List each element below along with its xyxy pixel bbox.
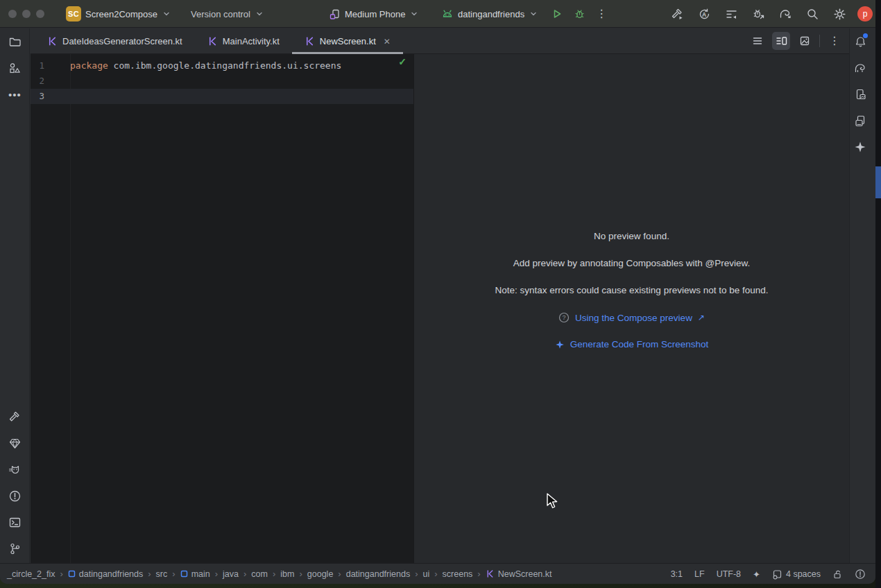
apply-changes-button[interactable]: A <box>695 5 713 23</box>
sidebar-item-project[interactable] <box>0 28 30 55</box>
code-text: package com.ibm.google.datingandfriends.… <box>70 58 341 74</box>
split-view-button[interactable] <box>772 32 790 50</box>
breadcrumb-item[interactable]: datingandfriends <box>68 569 143 579</box>
apply-changes-restart-icon: A <box>698 8 711 21</box>
breadcrumb-separator: › <box>172 569 175 579</box>
sidebar-item-problems[interactable] <box>0 483 30 509</box>
sidebar-item-more-tools[interactable]: ••• <box>0 81 30 107</box>
sidebar-item-notifications[interactable] <box>850 28 871 55</box>
gutter-divider <box>70 54 71 563</box>
kebab-icon: ⋮ <box>596 8 607 19</box>
sidebar-item-resource-manager[interactable] <box>0 55 30 81</box>
gradle-sync-button[interactable] <box>776 5 794 23</box>
breadcrumb-item[interactable]: _circle_2_fix <box>7 569 55 579</box>
run-button[interactable] <box>548 5 566 23</box>
left-tool-stripe: ••• <box>0 28 30 563</box>
module-icon <box>68 570 76 578</box>
tab-mainactivity[interactable]: MainActivity.kt <box>195 28 292 54</box>
breadcrumb-item[interactable]: src <box>156 569 168 579</box>
sidebar-item-gemini[interactable] <box>850 134 871 160</box>
ai-sparkle-icon[interactable]: ✦ <box>753 569 760 580</box>
sidebar-item-gradle[interactable] <box>850 55 871 81</box>
syntax-note-message: Note: syntax errors could cause existing… <box>414 285 849 295</box>
design-view-button[interactable] <box>796 32 814 50</box>
sidebar-item-terminal[interactable] <box>0 509 30 535</box>
module-icon <box>180 570 188 578</box>
breadcrumb-item[interactable]: google <box>307 569 334 579</box>
build-button[interactable] <box>668 5 686 23</box>
breadcrumb-item[interactable]: ibm <box>280 569 294 579</box>
terminal-icon <box>8 516 22 529</box>
code-view-icon <box>752 35 763 46</box>
breadcrumb-item[interactable]: screens <box>443 569 473 579</box>
inspection-check-icon[interactable]: ✓ <box>398 56 407 67</box>
run-play-icon <box>551 8 563 19</box>
code-line[interactable]: 2 <box>31 74 413 89</box>
line-ending-widget[interactable]: LF <box>694 569 705 579</box>
split-view-icon <box>776 35 787 46</box>
running-devices-icon <box>854 88 867 101</box>
code-view-button[interactable] <box>749 32 767 50</box>
breadcrumb-separator: › <box>215 569 218 579</box>
chevron-down-icon <box>162 9 171 19</box>
breadcrumb-item[interactable]: main <box>180 569 210 579</box>
chevron-down-icon <box>409 9 419 19</box>
sidebar-item-build[interactable] <box>0 404 30 430</box>
tab-label: DateIdeasGeneratorScreen.kt <box>62 36 182 46</box>
compose-preview-help-row: ? Using the Compose preview ↗ <box>414 312 849 323</box>
breadcrumb-item[interactable]: datingandfriends <box>346 569 410 579</box>
debug-button[interactable] <box>570 5 588 23</box>
background-window-sliver <box>875 0 881 588</box>
close-tab-icon[interactable]: ✕ <box>384 37 391 46</box>
sidebar-item-device-manager[interactable] <box>850 107 871 134</box>
breadcrumb-item[interactable]: java <box>223 569 239 579</box>
zoom-window-button[interactable] <box>36 10 44 18</box>
attach-debugger-button[interactable] <box>749 5 767 23</box>
design-view-icon <box>799 35 810 46</box>
kotlin-file-icon <box>305 36 315 46</box>
sidebar-item-logcat[interactable] <box>0 456 30 483</box>
sidebar-item-version-control[interactable] <box>0 535 30 562</box>
tab-dateideasgeneratorscreen[interactable]: DateIdeasGeneratorScreen.kt <box>35 28 195 54</box>
tab-newscreen[interactable]: NewScreen.kt ✕ <box>292 28 403 54</box>
avatar[interactable]: p <box>857 6 873 21</box>
breadcrumb-separator: › <box>434 569 437 579</box>
sidebar-item-running-devices[interactable] <box>850 81 871 107</box>
editor-options-button[interactable]: ⋮ <box>826 32 844 50</box>
encoding-widget[interactable]: UTF-8 <box>717 569 741 579</box>
project-widget[interactable]: SC Screen2Compose <box>66 0 171 28</box>
external-link-icon: ↗ <box>698 313 705 322</box>
right-tool-stripe <box>849 28 870 563</box>
breadcrumb-item[interactable]: com <box>251 569 268 579</box>
code-body: com.ibm.google.datingandfriends.ui.scree… <box>108 60 342 71</box>
device-phone-icon <box>329 8 341 20</box>
sidebar-item-app-quality-insights[interactable] <box>0 430 30 456</box>
indent-widget[interactable]: 4 spaces <box>772 569 821 580</box>
breadcrumb-item-file[interactable]: NewScreen.kt <box>486 569 552 579</box>
caret-position-widget[interactable]: 3:1 <box>671 569 683 579</box>
device-selector[interactable]: Medium Phone <box>329 0 419 28</box>
close-window-button[interactable] <box>8 10 17 18</box>
more-run-options-button[interactable]: ⋮ <box>592 5 610 23</box>
preview-messages: No preview found. Add preview by annotat… <box>414 231 849 365</box>
kebab-icon: ⋮ <box>829 35 840 46</box>
apply-code-changes-button[interactable] <box>722 5 740 23</box>
minimize-window-button[interactable] <box>22 10 31 18</box>
code-editor[interactable]: 1 package com.ibm.google.datingandfriend… <box>31 54 413 563</box>
code-line-current[interactable]: 3 <box>31 89 413 104</box>
breadcrumb-item[interactable]: ui <box>422 569 429 579</box>
compose-preview-link[interactable]: Using the Compose preview <box>575 313 692 323</box>
statusbar-widgets: 3:1 LF UTF-8 ✦ 4 spaces <box>671 564 866 584</box>
file-lock-widget[interactable] <box>832 569 843 580</box>
editor-tabs: DateIdeasGeneratorScreen.kt MainActivity… <box>35 28 403 54</box>
generate-code-link[interactable]: Generate Code From Screenshot <box>570 339 709 349</box>
breadcrumb-separator: › <box>60 569 62 579</box>
code-line[interactable]: 1 package com.ibm.google.datingandfriend… <box>31 58 413 74</box>
search-everywhere-button[interactable] <box>803 5 821 23</box>
chevron-down-icon[interactable] <box>529 9 538 19</box>
settings-button[interactable] <box>830 5 848 23</box>
version-control-widget[interactable]: Version control <box>191 0 264 28</box>
sparkle-icon <box>854 141 866 153</box>
run-config-label[interactable]: datingandfriends <box>458 9 524 19</box>
analysis-status-widget[interactable] <box>855 569 866 580</box>
